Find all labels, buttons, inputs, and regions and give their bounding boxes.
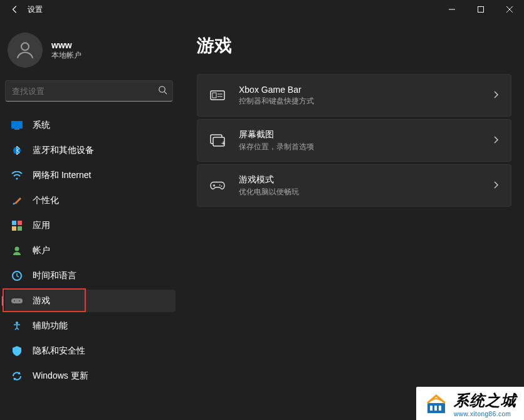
card-subtitle: 控制器和键盘快捷方式 — [239, 96, 314, 107]
svg-rect-10 — [18, 221, 22, 225]
person-icon — [11, 245, 23, 256]
back-button[interactable] — [6, 1, 24, 18]
sidebar-item-label: 隐私和安全性 — [33, 345, 85, 357]
svg-rect-5 — [11, 121, 23, 129]
svg-point-13 — [15, 247, 19, 251]
card-subtitle: 优化电脑以便畅玩 — [239, 187, 299, 197]
svg-point-17 — [19, 300, 20, 302]
watermark: 系统之城 www.xitong86.com — [416, 387, 524, 420]
gaming-icon — [11, 295, 23, 307]
svg-point-8 — [16, 178, 18, 180]
svg-point-29 — [221, 186, 223, 187]
profile-username: www — [51, 40, 81, 50]
search-icon — [158, 85, 167, 97]
sidebar-item-label: 时间和语言 — [33, 270, 76, 281]
clock-icon — [11, 270, 23, 281]
svg-rect-9 — [12, 221, 16, 225]
sidebar-item-windows-update[interactable]: Windows 更新 — [5, 365, 176, 387]
profile-block[interactable]: www 本地帐户 — [5, 30, 176, 79]
svg-rect-33 — [439, 406, 441, 411]
chevron-right-icon — [493, 90, 498, 101]
sidebar-item-apps[interactable]: 应用 — [5, 214, 176, 237]
sidebar-item-label: 系统 — [33, 120, 50, 131]
svg-point-2 — [21, 43, 29, 50]
card-title: 屏幕截图 — [239, 129, 314, 140]
wifi-icon — [11, 170, 23, 181]
chevron-right-icon — [493, 180, 498, 191]
svg-point-16 — [14, 300, 15, 302]
sidebar-item-label: 帐户 — [33, 245, 50, 256]
avatar — [8, 33, 43, 68]
search-box[interactable] — [5, 80, 173, 102]
close-button[interactable] — [495, 0, 524, 19]
bluetooth-icon — [11, 145, 23, 156]
sidebar-item-gaming[interactable]: 游戏 — [5, 290, 176, 312]
controller-icon — [210, 178, 225, 193]
system-icon — [11, 120, 23, 131]
sidebar-item-accounts[interactable]: 帐户 — [5, 239, 176, 262]
page-title: 游戏 — [197, 34, 511, 58]
svg-rect-20 — [212, 93, 216, 98]
card-subtitle: 保存位置，录制首选项 — [239, 142, 314, 152]
sidebar-item-personalization[interactable]: 个性化 — [5, 189, 176, 212]
svg-point-3 — [159, 86, 165, 92]
watermark-link: www.xitong86.com — [454, 411, 516, 417]
svg-text:+: + — [221, 139, 225, 147]
svg-rect-1 — [478, 7, 484, 13]
window-title: 设置 — [28, 4, 43, 15]
search-input[interactable] — [12, 87, 158, 96]
svg-line-4 — [164, 92, 167, 94]
update-icon — [11, 370, 23, 382]
watermark-logo-icon — [424, 392, 449, 417]
card-title: 游戏模式 — [239, 174, 299, 186]
sidebar-item-label: 应用 — [33, 220, 50, 231]
maximize-button[interactable] — [466, 0, 495, 19]
svg-point-18 — [16, 322, 18, 324]
sidebar-item-label: 辅助功能 — [33, 320, 68, 332]
sidebar-item-network[interactable]: 网络和 Internet — [5, 164, 176, 187]
svg-rect-6 — [14, 129, 19, 130]
capture-icon: + — [210, 133, 225, 148]
sidebar-item-label: 个性化 — [33, 195, 59, 206]
card-game-mode[interactable]: 游戏模式 优化电脑以便畅玩 — [197, 164, 511, 207]
svg-rect-31 — [430, 406, 432, 411]
sidebar-item-label: 网络和 Internet — [33, 170, 91, 181]
card-captures[interactable]: + 屏幕截图 保存位置，录制首选项 — [197, 119, 511, 162]
sidebar-item-privacy[interactable]: 隐私和安全性 — [5, 340, 176, 362]
sidebar-item-bluetooth[interactable]: 蓝牙和其他设备 — [5, 139, 176, 162]
titlebar: 设置 — [0, 0, 524, 19]
svg-rect-11 — [12, 226, 16, 231]
profile-account-type: 本地帐户 — [51, 50, 81, 61]
brush-icon — [11, 195, 23, 206]
sidebar-item-accessibility[interactable]: 辅助功能 — [5, 315, 176, 337]
sidebar-item-time-language[interactable]: 时间和语言 — [5, 265, 176, 287]
svg-rect-15 — [11, 298, 23, 303]
main-content: 游戏 Xbox Game Bar 控制器和键盘快捷方式 + 屏幕截图 保存位置， — [182, 19, 524, 420]
card-title: Xbox Game Bar — [239, 85, 314, 95]
card-xbox-game-bar[interactable]: Xbox Game Bar 控制器和键盘快捷方式 — [197, 74, 511, 117]
sidebar-nav: 系统 蓝牙和其他设备 网络和 Internet 个性化 应用 帐户 — [5, 114, 176, 387]
sidebar: www 本地帐户 系统 蓝牙和其他设备 网络和 Internet — [0, 19, 182, 420]
sidebar-item-label: Windows 更新 — [33, 370, 88, 382]
minimize-button[interactable] — [438, 0, 466, 19]
sidebar-item-label: 游戏 — [33, 295, 50, 307]
accessibility-icon — [11, 320, 23, 332]
svg-rect-32 — [434, 406, 437, 411]
watermark-text: 系统之城 — [454, 391, 516, 411]
svg-rect-12 — [18, 226, 22, 231]
sidebar-item-label: 蓝牙和其他设备 — [33, 145, 94, 156]
apps-icon — [11, 220, 23, 231]
xbox-bar-icon — [210, 88, 225, 103]
svg-point-28 — [219, 184, 221, 186]
sidebar-item-system[interactable]: 系统 — [5, 114, 176, 137]
shield-icon — [11, 345, 23, 357]
chevron-right-icon — [493, 135, 498, 146]
